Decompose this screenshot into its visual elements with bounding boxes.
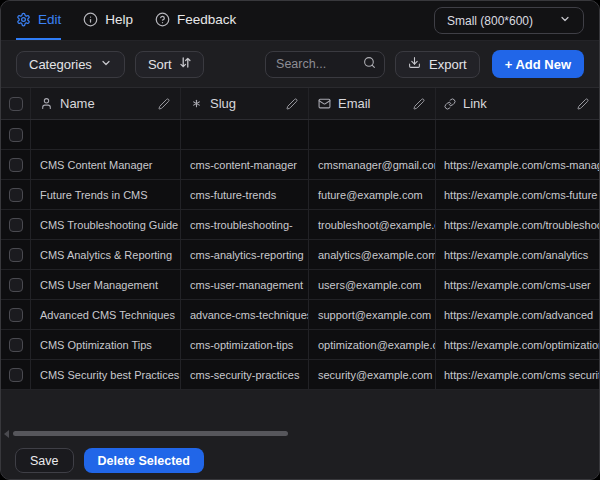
sort-label: Sort [148,57,172,72]
cell-link[interactable]: https://example.com/troubleshoot [436,210,599,239]
search-input[interactable] [276,57,357,71]
scrollbar-left-arrow-icon[interactable] [4,430,9,438]
cell-slug[interactable]: cms-analytics-reporting [181,240,309,269]
cell-name[interactable]: CMS Troubleshooting Guide [31,210,181,239]
row-checkbox-cell [1,330,31,359]
table-row: CMS Analytics & Reporting cms-analytics-… [1,240,599,270]
cell-slug[interactable]: cms-content-manager [181,150,309,179]
cell-link[interactable]: https://example.com/cms-user [436,270,599,299]
add-new-label: + Add New [505,57,571,72]
cell-slug[interactable]: cms-optimization-tips [181,330,309,359]
cell-link[interactable]: https://example.com/cms-future [436,180,599,209]
delete-selected-button[interactable]: Delete Selected [84,448,204,473]
cell-link[interactable]: https://example.com/advanced [436,300,599,329]
export-button[interactable]: Export [395,51,480,78]
sort-arrows-icon [180,56,191,72]
add-new-button[interactable]: + Add New [492,50,584,78]
size-select-value: Small (800*600) [447,14,533,28]
row-checkbox-cell [1,150,31,179]
tab-edit-label: Edit [38,12,61,27]
row-checkbox[interactable] [9,188,23,202]
table-row: CMS Content Manager cms-content-manager … [1,150,599,180]
gear-icon [16,12,31,27]
save-button[interactable]: Save [15,448,74,473]
horizontal-scrollbar[interactable] [13,431,288,436]
cell-link[interactable]: https://example.com/cms security [436,360,599,389]
chevron-down-icon [100,57,112,72]
cell-slug[interactable]: advance-cms-techniques [181,300,309,329]
person-icon [40,97,53,110]
cell-name[interactable] [31,120,181,149]
cell-email[interactable]: troubleshoot@example.com [309,210,436,239]
categories-dropdown[interactable]: Categories [16,51,125,78]
categories-label: Categories [29,57,92,72]
edit-column-icon[interactable] [413,98,425,110]
cell-name[interactable]: CMS Content Manager [31,150,181,179]
data-table: Name Slug Email [1,88,599,390]
cell-email[interactable]: security@example.com [309,360,436,389]
column-header-name: Name [31,88,181,119]
edit-column-icon[interactable] [577,98,589,110]
cell-email[interactable]: optimization@example.com [309,330,436,359]
cell-email[interactable]: analytics@example.com [309,240,436,269]
row-checkbox[interactable] [9,128,23,142]
cell-email[interactable]: users@example.com [309,270,436,299]
cell-link[interactable] [436,120,599,149]
cell-slug[interactable]: cms-troubleshooting- [181,210,309,239]
editor-window: Edit Help Feedback Small (800*600) Categ… [0,0,600,480]
cell-link[interactable]: https://example.com/optimization [436,330,599,359]
tab-edit[interactable]: Edit [16,1,61,40]
row-checkbox[interactable] [9,368,23,382]
table-row: CMS Optimization Tips cms-optimization-t… [1,330,599,360]
table-row: CMS User Management cms-user-management … [1,270,599,300]
bottom-panel: Save Delete Selected [1,390,599,479]
sort-button[interactable]: Sort [135,51,204,78]
table-row: Advanced CMS Techniques advance-cms-tech… [1,300,599,330]
row-checkbox[interactable] [9,278,23,292]
column-header-link: Link [436,88,599,119]
cell-email[interactable] [309,120,436,149]
cell-name[interactable]: CMS Optimization Tips [31,330,181,359]
table-header-row: Name Slug Email [1,88,599,120]
cell-slug[interactable]: cms-user-management [181,270,309,299]
search-icon [363,55,376,73]
row-checkbox-cell [1,300,31,329]
question-circle-icon [155,12,170,27]
cell-slug[interactable]: cms-security-practices [181,360,309,389]
edit-column-icon[interactable] [158,98,170,110]
row-checkbox[interactable] [9,158,23,172]
cell-email[interactable]: future@example.com [309,180,436,209]
row-checkbox[interactable] [9,308,23,322]
download-icon [408,56,421,72]
cell-slug[interactable] [181,120,309,149]
tab-help[interactable]: Help [83,1,133,40]
info-circle-icon [83,12,98,27]
cell-name[interactable]: Advanced CMS Techniques [31,300,181,329]
column-header-email: Email [309,88,436,119]
asterisk-icon [190,97,203,110]
cell-link[interactable]: https://example.com/cms-manag [436,150,599,179]
row-checkbox[interactable] [9,248,23,262]
row-checkbox[interactable] [9,338,23,352]
cell-name[interactable]: CMS User Management [31,270,181,299]
cell-name[interactable]: Future Trends in CMS [31,180,181,209]
cell-name[interactable]: CMS Analytics & Reporting [31,240,181,269]
table-body: CMS Content Manager cms-content-manager … [1,120,599,390]
select-all-checkbox[interactable] [9,97,23,111]
link-icon [444,98,456,110]
tab-feedback[interactable]: Feedback [155,1,236,40]
footer-buttons: Save Delete Selected [15,448,204,473]
cell-link[interactable]: https://example.com/analytics [436,240,599,269]
cell-email[interactable]: support@example.com [309,300,436,329]
top-bar: Edit Help Feedback Small (800*600) [1,1,599,41]
cell-slug[interactable]: cms-future-trends [181,180,309,209]
table-row: CMS Troubleshooting Guide cms-troublesho… [1,210,599,240]
search-box [265,51,385,78]
save-button-label: Save [30,454,59,468]
size-select[interactable]: Small (800*600) [434,7,584,34]
edit-column-icon[interactable] [286,98,298,110]
cell-email[interactable]: cmsmanager@gmail.com [309,150,436,179]
row-checkbox[interactable] [9,218,23,232]
column-header-slug: Slug [181,88,309,119]
cell-name[interactable]: CMS Security best Practices [31,360,181,389]
